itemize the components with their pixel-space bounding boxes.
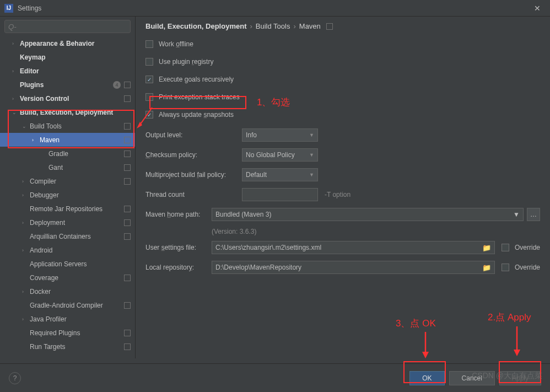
chevron-icon: › xyxy=(22,179,28,184)
sidebar-item-docker[interactable]: ›Docker xyxy=(0,284,135,298)
scope-icon xyxy=(124,343,131,350)
print-exc-checkbox[interactable] xyxy=(145,93,153,101)
sidebar-item-compiler[interactable]: ›Compiler xyxy=(0,174,135,188)
sidebar-item-label: Remote Jar Repositories xyxy=(30,205,103,213)
checksum-label: Checksum policy: xyxy=(145,151,242,159)
chevron-icon: › xyxy=(12,96,18,101)
local-repo-row: Local repository: D:\Develop\MavenReposi… xyxy=(145,261,540,274)
scope-icon xyxy=(124,95,131,102)
sidebar-item-label: Run Targets xyxy=(30,343,65,351)
sidebar-item-appearance-behavior[interactable]: ›Appearance & Behavior xyxy=(0,36,135,50)
checkbox-row: Print exception stack traces xyxy=(145,91,540,103)
search-input[interactable] xyxy=(8,23,127,31)
sidebar-item-label: Coverage xyxy=(30,274,58,282)
sidebar-item-android[interactable]: ›Android xyxy=(0,243,135,257)
breadcrumb-1[interactable]: Build, Execution, Deployment xyxy=(145,22,246,30)
sidebar-item-label: Maven xyxy=(40,136,60,144)
checkbox-row: Use plugin registry xyxy=(145,56,540,68)
settings-tree: ›Appearance & BehaviorKeymap›EditorPlugi… xyxy=(0,36,135,358)
search-box[interactable] xyxy=(4,20,131,33)
work-offline-checkbox[interactable] xyxy=(145,40,153,48)
chevron-icon: › xyxy=(22,220,28,225)
scope-icon xyxy=(124,82,131,88)
maven-version: (Version: 3.6.3) xyxy=(212,228,540,235)
sidebar-item-label: Appearance & Behavior xyxy=(20,40,94,47)
sidebar-item-label: Application Servers xyxy=(30,260,87,268)
sidebar-item-editor[interactable]: ›Editor xyxy=(0,64,135,78)
multiproject-select[interactable]: Default ▼ xyxy=(242,168,318,181)
sidebar-item-maven[interactable]: ›Maven xyxy=(0,133,135,147)
scope-icon xyxy=(124,164,131,171)
sidebar-item-remote-jar-repositories[interactable]: Remote Jar Repositories xyxy=(0,202,135,216)
override-checkbox[interactable] xyxy=(502,244,509,251)
sidebar-item-keymap[interactable]: Keymap xyxy=(0,50,135,64)
sidebar-item-application-servers[interactable]: Application Servers xyxy=(0,257,135,271)
sidebar-item-deployment[interactable]: ›Deployment xyxy=(0,216,135,229)
chevron-icon: › xyxy=(22,316,28,322)
multiproject-value: Default xyxy=(246,171,267,179)
scope-icon xyxy=(124,178,131,185)
checkbox-row: Execute goals recursively xyxy=(145,73,540,85)
sidebar-item-java-profiler[interactable]: ›Java Profiler xyxy=(0,312,135,326)
sidebar-item-gradle-android-compiler[interactable]: Gradle-Android Compiler xyxy=(0,298,135,312)
scope-icon xyxy=(124,275,131,281)
sidebar-item-coverage[interactable]: Coverage xyxy=(0,271,135,284)
output-level-row: Output level: Info ▼ xyxy=(145,128,540,142)
footer: ? OK Cancel Apply xyxy=(0,363,550,392)
output-level-value: Info xyxy=(246,131,257,139)
sidebar-item-arquillian-containers[interactable]: Arquillian Containers xyxy=(0,229,135,243)
user-settings-value: C:\Users\zhuangsir\.m2\settings.xml xyxy=(215,244,321,251)
close-icon[interactable]: ✕ xyxy=(529,4,546,13)
sidebar-item-label: Plugins xyxy=(20,81,44,89)
plugin-registry-checkbox[interactable] xyxy=(145,58,153,66)
sidebar-item-label: Build Tools xyxy=(30,122,62,130)
checksum-select[interactable]: No Global Policy ▼ xyxy=(242,148,318,162)
sidebar-item-label: Version Control xyxy=(20,95,69,103)
user-settings-input[interactable]: C:\Users\zhuangsir\.m2\settings.xml 📁 xyxy=(212,241,495,254)
folder-icon[interactable]: 📁 xyxy=(482,264,491,272)
window-title: Settings xyxy=(18,4,529,12)
override-user-settings: Override xyxy=(502,244,540,251)
multiproject-row: Multiproject build fail policy: Default … xyxy=(145,168,540,181)
sidebar-item-required-plugins[interactable]: Required Plugins xyxy=(0,326,135,340)
sidebar-item-gant[interactable]: Gant xyxy=(0,160,135,174)
local-repo-input[interactable]: D:\Develop\MavenRepository 📁 xyxy=(212,261,495,274)
scope-icon xyxy=(124,137,131,143)
thread-count-input[interactable] xyxy=(242,188,318,201)
home-path-select[interactable]: Bundled (Maven 3) ▼ xyxy=(212,208,524,221)
override-local-repo: Override xyxy=(502,264,540,271)
app-icon: IJ xyxy=(4,4,13,13)
sidebar-item-plugins[interactable]: Plugins4 xyxy=(0,78,135,92)
sidebar-item-build-tools[interactable]: ⌄Build Tools xyxy=(0,119,135,133)
always-update-label: Always update snapshots xyxy=(159,111,234,119)
sidebar-item-gradle[interactable]: Gradle xyxy=(0,147,135,160)
output-level-select[interactable]: Info ▼ xyxy=(242,128,318,142)
scope-icon xyxy=(124,330,131,336)
multiproject-label: Multiproject build fail policy: xyxy=(145,171,242,179)
breadcrumb-3[interactable]: Maven xyxy=(299,22,321,30)
print-exc-label: Print exception stack traces xyxy=(159,93,240,101)
folder-icon[interactable]: 📁 xyxy=(482,244,491,252)
exec-goals-checkbox[interactable] xyxy=(145,76,153,83)
override-checkbox[interactable] xyxy=(502,264,509,271)
ok-button[interactable]: OK xyxy=(409,371,444,385)
sidebar-item-build-execution-deployment[interactable]: ⌄Build, Execution, Deployment xyxy=(0,105,135,119)
sidebar-item-version-control[interactable]: ›Version Control xyxy=(0,92,135,105)
sidebar-item-debugger[interactable]: ›Debugger xyxy=(0,188,135,202)
chevron-icon: › xyxy=(22,248,28,253)
always-update-checkbox[interactable] xyxy=(145,111,153,119)
sidebar-item-label: Keymap xyxy=(20,53,46,61)
breadcrumb-2[interactable]: Build Tools xyxy=(256,22,290,30)
sidebar-item-label: Debugger xyxy=(30,191,59,199)
chevron-down-icon: ▼ xyxy=(309,172,314,178)
user-settings-label: User settings file: xyxy=(145,244,212,251)
browse-button[interactable]: … xyxy=(527,208,540,221)
exec-goals-label: Execute goals recursively xyxy=(159,76,234,83)
chevron-down-icon: ▼ xyxy=(513,211,520,218)
scope-icon xyxy=(124,302,131,309)
help-button[interactable]: ? xyxy=(9,372,21,384)
home-path-value: Bundled (Maven 3) xyxy=(215,211,271,218)
titlebar: IJ Settings ✕ xyxy=(0,0,550,17)
sidebar-item-run-targets[interactable]: Run Targets xyxy=(0,340,135,353)
user-settings-row: User settings file: C:\Users\zhuangsir\.… xyxy=(145,241,540,254)
